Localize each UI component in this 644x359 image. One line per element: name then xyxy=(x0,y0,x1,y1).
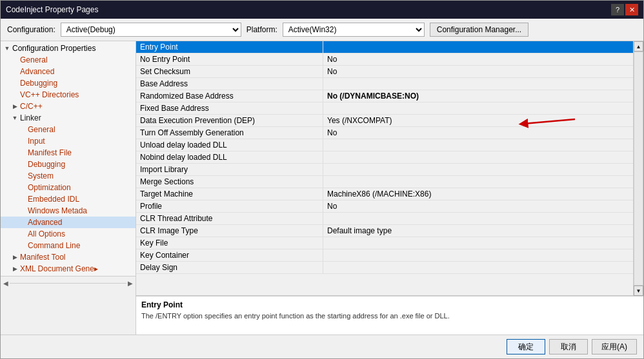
prop-row-no-entry-point[interactable]: No Entry Point No xyxy=(136,53,633,66)
tree-label-linker-system: System xyxy=(28,171,54,180)
tree-expander-linker-system xyxy=(19,172,26,180)
property-pages-window: CodeInject Property Pages ? ✕ Configurat… xyxy=(0,0,644,359)
tree-label-manifest-tool: Manifest Tool xyxy=(20,253,65,262)
tree-item-root[interactable]: ▼ Configuration Properties xyxy=(1,43,136,54)
tree-expander-linker-general xyxy=(19,126,26,133)
tree-label-linker-debugging: Debugging xyxy=(28,160,65,169)
main-content: ▼ Configuration Properties General Advan… xyxy=(1,41,643,335)
tree-item-linker-system[interactable]: System xyxy=(1,170,136,182)
tree-item-xml-doc[interactable]: ▶ XML Document Gene▸ xyxy=(1,263,136,275)
toolbar: Configuration: Active(Debug) Platform: A… xyxy=(1,19,643,41)
scroll-down-button[interactable]: ▼ xyxy=(634,286,643,296)
scroll-up-button[interactable]: ▲ xyxy=(634,41,643,52)
title-bar-left: CodeInject Property Pages xyxy=(6,5,98,14)
tree-scroll-bar: ◀ ▶ xyxy=(1,276,136,290)
prop-value-key-container xyxy=(323,249,633,261)
tree-item-linker-optimization[interactable]: Optimization xyxy=(1,182,136,193)
prop-value-set-checksum: No xyxy=(323,66,633,77)
tree-label-linker-advanced: Advanced xyxy=(28,218,62,227)
tree-expander-linker-input xyxy=(19,137,26,145)
cancel-button[interactable]: 取消 xyxy=(549,339,588,354)
tree-label-debugging: Debugging xyxy=(20,79,57,88)
prop-row-clr-thread[interactable]: CLR Thread Attribute xyxy=(136,213,633,225)
prop-name-clr-image: CLR Image Type xyxy=(136,225,323,237)
tree-item-linker-alloptions[interactable]: All Options xyxy=(1,228,136,240)
tree-label-vc-dirs: VC++ Directories xyxy=(20,90,79,99)
prop-row-import-library[interactable]: Import Library xyxy=(136,164,633,176)
tree-container: ▼ Configuration Properties General Advan… xyxy=(1,41,136,335)
prop-row-clr-image[interactable]: CLR Image Type Default image type xyxy=(136,225,633,237)
tree-expander-linker-embedded xyxy=(19,195,26,203)
prop-row-target-machine[interactable]: Target Machine MachineX86 (/MACHINE:X86) xyxy=(136,188,633,200)
config-label: Configuration: xyxy=(7,25,55,34)
tree-item-linker-input[interactable]: Input xyxy=(1,135,136,147)
prop-row-profile[interactable]: Profile No xyxy=(136,200,633,213)
tree-item-linker-advanced[interactable]: Advanced xyxy=(1,217,136,228)
config-manager-button[interactable]: Configuration Manager... xyxy=(430,23,528,37)
prop-value-entry-point xyxy=(323,41,633,53)
prop-row-unload-delay[interactable]: Unload delay loaded DLL xyxy=(136,139,633,151)
tree-root-label: Configuration Properties xyxy=(12,44,96,53)
tree-scroll-left[interactable]: ◀ xyxy=(3,280,8,287)
tree-item-linker-general[interactable]: General xyxy=(1,124,136,135)
platform-dropdown[interactable]: Active(Win32) xyxy=(283,23,425,37)
prop-value-nobind-delay xyxy=(323,151,633,163)
tree-item-linker-manifest[interactable]: Manifest File xyxy=(1,147,136,159)
prop-name-key-container: Key Container xyxy=(136,249,323,261)
tree-item-linker-cmdline[interactable]: Command Line xyxy=(1,240,136,251)
prop-row-fixed-base[interactable]: Fixed Base Address xyxy=(136,102,633,115)
prop-row-dep[interactable]: Data Execution Prevention (DEP) Yes (/NX… xyxy=(136,115,633,127)
tree-scroll-right[interactable]: ▶ xyxy=(128,280,133,287)
tree-item-linker-debugging[interactable]: Debugging xyxy=(1,159,136,170)
tree-item-general[interactable]: General xyxy=(1,54,136,66)
prop-row-merge-sections[interactable]: Merge Sections xyxy=(136,176,633,188)
prop-name-base-address: Base Address xyxy=(136,78,323,90)
tree-item-linker-winmeta[interactable]: Windows Metada xyxy=(1,205,136,217)
prop-row-set-checksum[interactable]: Set Checksum No xyxy=(136,66,633,78)
prop-value-unload-delay xyxy=(323,139,633,151)
tree-item-vc-dirs[interactable]: VC++ Directories xyxy=(1,89,136,101)
prop-row-randomized-base[interactable]: Randomized Base Address No (/DYNAMICBASE… xyxy=(136,90,633,102)
prop-row-base-address[interactable]: Base Address xyxy=(136,78,633,90)
tree-expander-xml-doc: ▶ xyxy=(11,265,19,273)
prop-value-merge-sections xyxy=(323,176,633,188)
prop-row-nobind-delay[interactable]: Nobind delay loaded DLL xyxy=(136,151,633,164)
tree-item-cpp[interactable]: ▶ C/C++ xyxy=(1,101,136,112)
tree-item-linker[interactable]: ▼ Linker xyxy=(1,112,136,124)
prop-row-key-container[interactable]: Key Container xyxy=(136,249,633,262)
tree-label-linker-manifest: Manifest File xyxy=(28,148,72,157)
bottom-bar: 确定 取消 应用(A) xyxy=(1,335,643,358)
tree-item-linker-embedded[interactable]: Embedded IDL xyxy=(1,193,136,205)
tree-label-linker-optimization: Optimization xyxy=(28,183,71,192)
prop-row-key-file[interactable]: Key File xyxy=(136,237,633,249)
prop-name-set-checksum: Set Checksum xyxy=(136,66,323,77)
prop-name-no-entry-point: No Entry Point xyxy=(136,53,323,65)
config-dropdown[interactable]: Active(Debug) xyxy=(61,23,241,37)
prop-value-profile: No xyxy=(323,200,633,212)
prop-value-turn-off-assembly: No xyxy=(323,127,633,139)
prop-row-turn-off-assembly[interactable]: Turn Off Assembly Generation No xyxy=(136,127,633,139)
tree-label-cpp: C/C++ xyxy=(20,102,43,111)
tree-expander-linker-debugging xyxy=(19,160,26,168)
tree-label-linker-winmeta: Windows Metada xyxy=(28,206,87,215)
ok-button[interactable]: 确定 xyxy=(507,339,545,354)
help-button[interactable]: ? xyxy=(611,4,624,15)
prop-name-target-machine: Target Machine xyxy=(136,188,323,200)
close-button[interactable]: ✕ xyxy=(625,4,638,15)
tree-item-advanced[interactable]: Advanced xyxy=(1,66,136,77)
tree-expander-advanced xyxy=(11,68,19,75)
prop-name-import-library: Import Library xyxy=(136,164,323,175)
tree-item-manifest-tool[interactable]: ▶ Manifest Tool xyxy=(1,251,136,263)
prop-value-dep: Yes (/NXCOMPAT) xyxy=(323,115,633,126)
tree-label-xml-doc: XML Document Gene▸ xyxy=(20,264,98,273)
description-text: The /ENTRY option specifies an entry poi… xyxy=(141,311,638,321)
tree-expander-linker-optimization xyxy=(19,184,26,191)
tree-item-debugging[interactable]: Debugging xyxy=(1,77,136,89)
prop-value-randomized-base: No (/DYNAMICBASE:NO) xyxy=(323,90,633,102)
tree-expander-vc-dirs xyxy=(11,91,19,99)
prop-row-entry-point[interactable]: Entry Point xyxy=(136,41,633,53)
prop-row-delay-sign[interactable]: Delay Sign xyxy=(136,262,633,274)
tree-expander-general xyxy=(11,56,19,64)
prop-name-nobind-delay: Nobind delay loaded DLL xyxy=(136,151,323,163)
apply-button[interactable]: 应用(A) xyxy=(592,339,637,354)
